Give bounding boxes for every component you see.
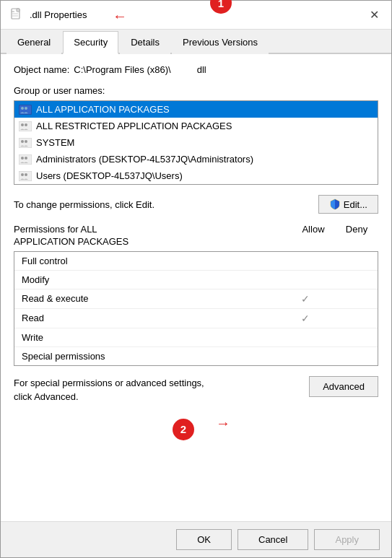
svg-point-11 bbox=[25, 123, 27, 126]
object-name-row: Object name: C:\Program Files (x86)\ dll bbox=[14, 64, 378, 75]
user-item-1[interactable]: ALL RESTRICTED APPLICATION PACKAGES bbox=[14, 118, 378, 134]
annotation-2: 2 bbox=[173, 419, 194, 440]
svg-rect-1 bbox=[17, 9, 19, 12]
perms-header-deny: Deny bbox=[335, 224, 378, 248]
user-item-0[interactable]: ALL APPLICATION PACKAGES bbox=[14, 101, 378, 118]
title-bar-left: .dll Properties bbox=[9, 8, 87, 22]
object-name-label: Object name: bbox=[14, 64, 69, 75]
svg-point-10 bbox=[21, 123, 24, 126]
permissions-table: Full control Modify Read & execute ✓ Rea… bbox=[14, 251, 378, 366]
user-group-icon-4 bbox=[19, 171, 32, 181]
arrow-1: ← bbox=[113, 8, 127, 25]
user-item-3[interactable]: Administrators (DESKTOP-4L537JQ\Administ… bbox=[14, 151, 378, 167]
user-group-icon-1 bbox=[19, 121, 32, 131]
close-button[interactable]: ✕ bbox=[365, 6, 383, 24]
user-item-2[interactable]: SYSTEM bbox=[14, 134, 378, 151]
svg-point-17 bbox=[25, 157, 27, 160]
perm-row-5: Special permissions bbox=[14, 347, 378, 365]
shield-uac-icon bbox=[329, 199, 341, 210]
svg-point-20 bbox=[25, 173, 27, 176]
ok-button[interactable]: OK bbox=[176, 529, 232, 550]
change-perms-row: To change permissions, click Edit. Edit.… bbox=[14, 195, 378, 214]
object-path: C:\Program Files (x86)\ bbox=[74, 64, 170, 75]
perms-header: Permissions for ALL APPLICATION PACKAGES… bbox=[14, 224, 378, 248]
user-list: ALL APPLICATION PACKAGES ALL RESTRICTED … bbox=[14, 100, 378, 185]
perm-row-3: Read ✓ bbox=[14, 309, 378, 328]
perm-row-0: Full control bbox=[14, 252, 378, 271]
object-ext: dll bbox=[197, 64, 206, 75]
tab-details[interactable]: Details bbox=[120, 31, 170, 54]
cancel-button[interactable]: Cancel bbox=[238, 529, 308, 550]
tab-general[interactable]: General bbox=[6, 31, 61, 54]
dialog-title: .dll Properties bbox=[30, 9, 87, 20]
content-area: Object name: C:\Program Files (x86)\ dll… bbox=[1, 54, 391, 521]
svg-point-7 bbox=[21, 107, 24, 110]
user-group-icon-2 bbox=[19, 138, 32, 148]
change-perms-text: To change permissions, click Edit. bbox=[14, 199, 154, 210]
user-name-4: Users (DESKTOP-4L537JQ\Users) bbox=[36, 170, 183, 181]
file-icon bbox=[9, 8, 24, 22]
arrow-2: → bbox=[216, 415, 230, 432]
perms-header-label2: APPLICATION PACKAGES bbox=[14, 236, 292, 248]
perm-row-4: Write bbox=[14, 328, 378, 347]
perms-header-label1: Permissions for ALL bbox=[14, 224, 292, 236]
apply-button[interactable]: Apply bbox=[314, 529, 380, 550]
edit-button[interactable]: Edit... bbox=[318, 195, 378, 214]
svg-point-16 bbox=[21, 157, 24, 160]
user-name-0: ALL APPLICATION PACKAGES bbox=[36, 104, 170, 115]
perms-header-allow: Allow bbox=[292, 224, 335, 248]
user-item-4[interactable]: Users (DESKTOP-4L537JQ\Users) bbox=[14, 167, 378, 184]
user-group-icon-0 bbox=[19, 105, 32, 115]
title-bar: .dll Properties ✕ bbox=[1, 1, 391, 30]
group-label: Group or user names: bbox=[14, 85, 378, 96]
advanced-button[interactable]: Advanced bbox=[309, 376, 378, 397]
advanced-section-container: For special permissions or advanced sett… bbox=[14, 376, 378, 404]
user-name-1: ALL RESTRICTED APPLICATION PACKAGES bbox=[36, 121, 232, 131]
tab-previous-versions[interactable]: Previous Versions bbox=[172, 31, 269, 54]
svg-point-13 bbox=[21, 140, 24, 143]
user-name-2: SYSTEM bbox=[36, 137, 74, 148]
advanced-section: For special permissions or advanced sett… bbox=[14, 376, 378, 404]
bottom-bar: OK Cancel Apply bbox=[1, 521, 391, 557]
svg-point-14 bbox=[25, 140, 27, 143]
tab-bar: General Security Details Previous Versio… bbox=[1, 30, 391, 54]
user-group-icon-3 bbox=[19, 154, 32, 165]
perm-row-1: Modify bbox=[14, 271, 378, 289]
perm-row-2: Read & execute ✓ bbox=[14, 289, 378, 309]
svg-point-19 bbox=[21, 173, 24, 176]
dialog-window: .dll Properties ✕ 1 ← General Security D… bbox=[0, 0, 392, 558]
user-name-3: Administrators (DESKTOP-4L537JQ\Administ… bbox=[36, 154, 253, 165]
advanced-text: For special permissions or advanced sett… bbox=[14, 376, 302, 404]
tab-security[interactable]: Security bbox=[63, 31, 118, 54]
svg-point-8 bbox=[25, 107, 27, 110]
